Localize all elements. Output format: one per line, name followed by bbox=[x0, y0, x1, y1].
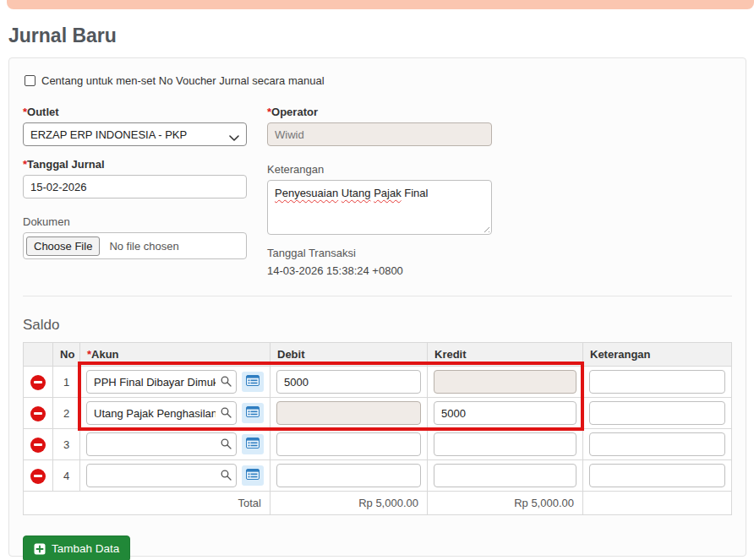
col-delete-header bbox=[24, 343, 53, 367]
col-keterangan-header: Keterangan bbox=[583, 343, 732, 367]
debit-input[interactable] bbox=[276, 464, 421, 487]
row-number: 3 bbox=[53, 429, 80, 460]
tambah-data-label: Tambah Data bbox=[52, 542, 119, 555]
total-keterangan-empty bbox=[583, 492, 732, 515]
saldo-table-wrap: No *Akun Debit Kredit Keterangan 1 bbox=[23, 342, 732, 515]
outlet-selected-value: ERZAP ERP INDONESIA - PKP bbox=[30, 128, 187, 141]
list-icon bbox=[246, 375, 260, 389]
tanggal-transaksi-label: Tanggal Transaksi bbox=[267, 247, 492, 259]
minus-circle-icon bbox=[34, 443, 42, 446]
total-label: Total bbox=[24, 492, 270, 515]
debit-input[interactable] bbox=[276, 370, 421, 394]
keterangan-word: Utang bbox=[341, 187, 371, 199]
saldo-table: No *Akun Debit Kredit Keterangan 1 bbox=[23, 342, 732, 515]
kredit-input[interactable] bbox=[434, 432, 576, 456]
keterangan-input[interactable] bbox=[589, 464, 725, 487]
keterangan-word: Final bbox=[404, 187, 428, 199]
remove-row-button[interactable] bbox=[30, 406, 46, 421]
tanggal-jurnal-input[interactable] bbox=[23, 175, 247, 198]
total-debit: Rp 5,000.00 bbox=[270, 492, 428, 515]
col-no-header: No bbox=[53, 343, 80, 367]
col-debit-header: Debit bbox=[270, 343, 428, 367]
list-icon bbox=[246, 469, 260, 482]
keterangan-textarea[interactable]: Penyesuaian Utang Pajak Final bbox=[267, 180, 492, 235]
account-list-button[interactable] bbox=[242, 465, 264, 486]
dokumen-file-input[interactable]: Choose File No file chosen bbox=[23, 232, 247, 259]
page-title: Jurnal Baru bbox=[8, 24, 117, 47]
table-row: 3 bbox=[24, 429, 732, 460]
voucher-manual-label: Centang untuk men-set No Voucher Jurnal … bbox=[41, 74, 325, 87]
form-column-left: *Outlet ERZAP ERP INDONESIA - PKP *Tangg… bbox=[23, 101, 247, 277]
table-row: 2 bbox=[24, 398, 732, 429]
minus-circle-icon bbox=[34, 475, 42, 477]
total-row: Total Rp 5,000.00 Rp 5,000.00 bbox=[24, 492, 732, 515]
row-number: 4 bbox=[53, 460, 80, 492]
keterangan-input[interactable] bbox=[589, 370, 725, 394]
operator-input bbox=[267, 122, 492, 146]
keterangan-word: Pajak bbox=[374, 187, 402, 199]
table-header-row: No *Akun Debit Kredit Keterangan bbox=[24, 343, 732, 367]
tanggal-jurnal-label: *Tanggal Jurnal bbox=[23, 158, 247, 171]
kredit-input[interactable] bbox=[434, 401, 576, 425]
dokumen-label: Dokumen bbox=[23, 215, 247, 228]
textarea-resize-handle[interactable] bbox=[482, 225, 489, 232]
kredit-input[interactable] bbox=[434, 464, 576, 487]
section-divider bbox=[23, 296, 732, 296]
jurnal-baru-page: Jurnal Baru Centang untuk men-set No Vou… bbox=[0, 0, 754, 560]
table-row: 4 bbox=[24, 460, 732, 492]
akun-input[interactable] bbox=[86, 401, 237, 425]
remove-row-button[interactable] bbox=[30, 438, 46, 453]
voucher-manual-checkbox[interactable] bbox=[25, 75, 36, 86]
remove-row-button[interactable] bbox=[30, 469, 46, 484]
file-chosen-status: No file chosen bbox=[109, 240, 178, 253]
choose-file-button[interactable]: Choose File bbox=[26, 237, 100, 256]
jurnal-form-card: Centang untuk men-set No Voucher Jurnal … bbox=[8, 57, 746, 557]
form-column-right: *Operator Keterangan Penyesuaian Utang P… bbox=[267, 101, 492, 277]
akun-input[interactable] bbox=[86, 464, 237, 487]
account-list-button[interactable] bbox=[242, 434, 264, 454]
keterangan-label: Keterangan bbox=[267, 163, 492, 176]
outlet-select[interactable]: ERZAP ERP INDONESIA - PKP bbox=[23, 122, 247, 146]
row-number: 2 bbox=[53, 398, 80, 429]
tambah-data-button[interactable]: Tambah Data bbox=[23, 536, 130, 560]
row-number: 1 bbox=[53, 367, 80, 398]
form-columns: *Outlet ERZAP ERP INDONESIA - PKP *Tangg… bbox=[23, 101, 732, 277]
total-kredit: Rp 5,000.00 bbox=[428, 492, 583, 515]
keterangan-input[interactable] bbox=[589, 432, 725, 456]
debit-input bbox=[276, 401, 421, 425]
saldo-heading: Saldo bbox=[23, 317, 732, 334]
remove-row-button[interactable] bbox=[30, 375, 46, 390]
tanggal-transaksi-value: 14-03-2026 15:38:24 +0800 bbox=[267, 264, 492, 277]
list-icon bbox=[246, 438, 260, 451]
col-kredit-header: Kredit bbox=[428, 343, 583, 367]
account-list-button[interactable] bbox=[242, 372, 264, 392]
minus-circle-icon bbox=[34, 381, 42, 383]
voucher-manual-row: Centang untuk men-set No Voucher Jurnal … bbox=[25, 74, 732, 87]
debit-input[interactable] bbox=[276, 432, 421, 456]
operator-label: *Operator bbox=[267, 106, 492, 118]
chevron-down-icon bbox=[229, 132, 239, 144]
table-row: 1 bbox=[24, 367, 732, 398]
keterangan-word: Penyesuaian bbox=[275, 187, 338, 199]
outlet-label: *Outlet bbox=[23, 106, 247, 118]
akun-input[interactable] bbox=[86, 432, 237, 456]
akun-input[interactable] bbox=[86, 370, 237, 394]
minus-circle-icon bbox=[34, 412, 42, 415]
account-list-button[interactable] bbox=[242, 403, 264, 423]
alert-bar-remnant bbox=[7, 0, 754, 9]
kredit-input bbox=[434, 370, 576, 394]
keterangan-input[interactable] bbox=[589, 401, 725, 425]
col-akun-header: *Akun bbox=[80, 343, 270, 367]
plus-square-icon bbox=[34, 543, 46, 555]
list-icon bbox=[246, 406, 260, 420]
